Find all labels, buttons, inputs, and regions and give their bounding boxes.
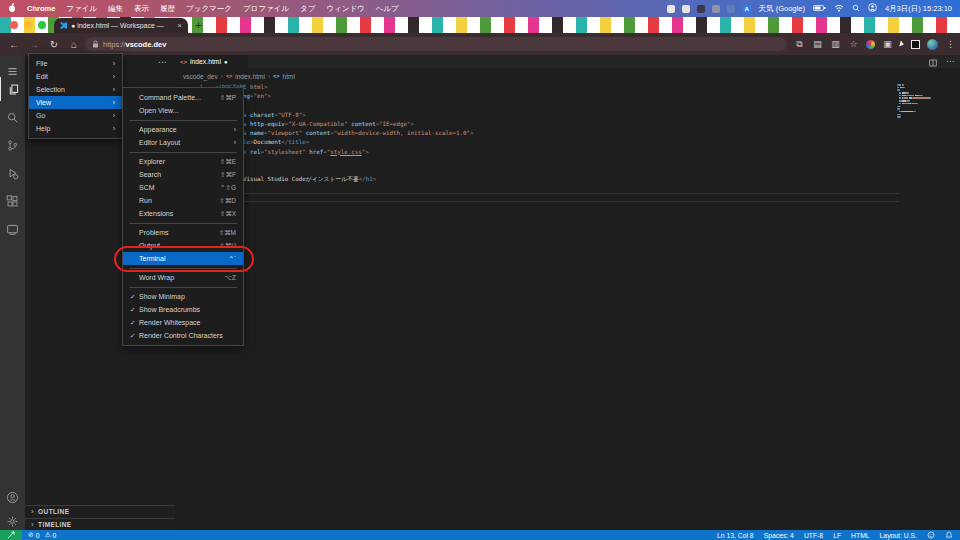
document-icon[interactable]: ▤: [812, 39, 823, 49]
menubar-item-[interactable]: タブ: [300, 4, 315, 14]
activity-explorer-icon[interactable]: [0, 77, 25, 101]
activity-extensions-icon[interactable]: [0, 189, 25, 213]
editor-tab-index-html[interactable]: <> index.html ●: [175, 55, 248, 68]
back-button[interactable]: ←: [4, 39, 24, 50]
split-editor-icon[interactable]: [929, 53, 937, 71]
cursor-icon[interactable]: [899, 41, 904, 48]
menubar-item-[interactable]: 履歴: [160, 4, 175, 14]
menubar-clock[interactable]: 4月3日(日) 15:23:10: [885, 4, 952, 14]
user-menu-icon[interactable]: [868, 3, 877, 14]
menu-item-appearance[interactable]: Appearance›: [123, 123, 243, 136]
menu-item-run[interactable]: Run⇧⌘D: [123, 194, 243, 207]
extension-gray-icon[interactable]: ▣: [882, 39, 893, 49]
window-minimize-button[interactable]: [24, 21, 32, 29]
activity-remote-icon[interactable]: [0, 217, 25, 241]
status-utf-8[interactable]: UTF-8: [804, 532, 823, 539]
menu-item-problems[interactable]: Problems⇧⌘M: [123, 226, 243, 239]
spotlight-search-icon[interactable]: [852, 4, 860, 14]
forward-button[interactable]: →: [24, 39, 44, 50]
sidebar-section-outline[interactable]: ›OUTLINE: [25, 505, 175, 517]
plane-icon[interactable]: [697, 5, 705, 13]
activity-account-icon[interactable]: [0, 485, 25, 509]
menu-separator: [129, 120, 237, 121]
menu-item-selection[interactable]: Selection›: [29, 83, 122, 96]
menu-item-command-palette[interactable]: Command Palette...⇧⌘P: [123, 91, 243, 104]
menu-item-show-breadcrumbs[interactable]: ✓Show Breadcrumbs: [123, 303, 243, 316]
dirty-indicator[interactable]: ●: [224, 59, 228, 65]
menu-item-editor-layout[interactable]: Editor Layout›: [123, 136, 243, 149]
menubar-item-[interactable]: ヘルプ: [376, 4, 399, 14]
breadcrumb-item-html[interactable]: html: [283, 73, 295, 80]
menu-item-scm[interactable]: SCM⌃⇧G: [123, 181, 243, 194]
menu-item-file[interactable]: File›: [29, 57, 122, 70]
contrast-square-icon[interactable]: [911, 40, 920, 49]
home-button[interactable]: ⌂: [64, 39, 84, 50]
new-tab-button[interactable]: +: [192, 19, 205, 32]
editor-more-actions-icon[interactable]: ⋯: [946, 57, 954, 66]
menu-item-go[interactable]: Go›: [29, 109, 122, 122]
shield-icon[interactable]: [727, 5, 735, 13]
color-wheel-icon[interactable]: [866, 40, 875, 49]
clipboard-icon[interactable]: ▥: [830, 39, 841, 49]
warning-icon: ⚠: [44, 531, 50, 539]
status-layout-u-s[interactable]: Layout: U.S.: [880, 532, 917, 539]
notifications-bell-icon[interactable]: [945, 531, 953, 539]
tab-close-icon[interactable]: ×: [177, 21, 182, 30]
submenu-arrow-icon: ›: [113, 112, 115, 119]
explorer-more-actions-icon[interactable]: ⋯: [158, 57, 167, 67]
browser-tab[interactable]: ● index.html — Workspace — ×: [54, 18, 188, 33]
screen-share-icon[interactable]: ⧉: [794, 39, 805, 50]
menu-item-render-control-characters[interactable]: ✓Render Control Characters: [123, 329, 243, 342]
menubar-item-[interactable]: プロファイル: [243, 4, 289, 14]
f-square-icon[interactable]: [712, 5, 720, 13]
menu-item-search[interactable]: Search⇧⌘F: [123, 168, 243, 181]
remote-indicator[interactable]: [0, 530, 22, 540]
breadcrumb-item-index-html[interactable]: index.html: [235, 73, 265, 80]
activity-source-control-icon[interactable]: [0, 133, 25, 157]
menubar-item-chrome[interactable]: Chrome: [27, 4, 55, 14]
bookmark-star-icon[interactable]: ☆: [848, 39, 859, 49]
menu-item-word-wrap[interactable]: Word Wrap⌥Z: [123, 271, 243, 284]
lock-icon[interactable]: [92, 40, 99, 48]
breadcrumb[interactable]: vscode_dev›<>index.html›<>html: [183, 71, 295, 81]
menubar-item-[interactable]: ファイル: [66, 4, 97, 14]
activity-run-debug-icon[interactable]: [0, 161, 25, 185]
menu-item-render-whitespace[interactable]: ✓Render Whitespace: [123, 316, 243, 329]
minimap-line: [897, 97, 942, 99]
wifi-icon[interactable]: [834, 4, 844, 14]
trash-icon[interactable]: [682, 5, 690, 13]
apple-icon[interactable]: [8, 3, 16, 14]
menubar-item-[interactable]: 編集: [108, 4, 123, 14]
reload-button[interactable]: ↻: [44, 39, 64, 50]
menu-item-extensions[interactable]: Extensions⇧⌘X: [123, 207, 243, 220]
translate-a-icon[interactable]: A: [743, 5, 751, 13]
menubar-item-[interactable]: 表示: [134, 4, 149, 14]
minimap[interactable]: [897, 84, 942, 119]
problems-status[interactable]: ⊘ 0 ⚠ 0: [28, 531, 56, 539]
chrome-menu-icon[interactable]: ⋮: [945, 39, 956, 49]
status-lf[interactable]: LF: [833, 532, 841, 539]
menu-item-open-view[interactable]: Open View...: [123, 104, 243, 117]
menubar-item-[interactable]: ブックマーク: [186, 4, 232, 14]
activity-search-icon[interactable]: [0, 105, 25, 129]
status-spaces-4[interactable]: Spaces: 4: [764, 532, 794, 539]
sidebar-section-timeline[interactable]: ›TIMELINE: [25, 518, 175, 530]
window-close-button[interactable]: [10, 21, 18, 29]
menu-item-help[interactable]: Help›: [29, 122, 122, 135]
status-html[interactable]: HTML: [851, 532, 870, 539]
submenu-arrow-icon: ›: [113, 125, 115, 132]
menu-item-view[interactable]: View›: [29, 96, 122, 109]
status-ln-13-col-8[interactable]: Ln 13, Col 8: [717, 532, 754, 539]
menu-item-edit[interactable]: Edit›: [29, 70, 122, 83]
profile-avatar[interactable]: [927, 39, 938, 50]
macos-menubar: Chromeファイル編集表示履歴ブックマークプロファイルタブウィンドウヘルプ A…: [0, 0, 960, 17]
hand-icon[interactable]: [667, 5, 675, 13]
feedback-icon[interactable]: [927, 531, 935, 539]
menu-item-show-minimap[interactable]: ✓Show Minimap: [123, 290, 243, 303]
window-zoom-button[interactable]: [38, 21, 46, 29]
menubar-item-[interactable]: ウィンドウ: [326, 4, 364, 14]
weather-label[interactable]: 天気 (Google): [759, 4, 805, 14]
breadcrumb-item-vscode-dev[interactable]: vscode_dev: [183, 73, 218, 80]
menu-item-explorer[interactable]: Explorer⇧⌘E: [123, 155, 243, 168]
address-bar[interactable]: https://vscode.dev: [85, 37, 787, 51]
